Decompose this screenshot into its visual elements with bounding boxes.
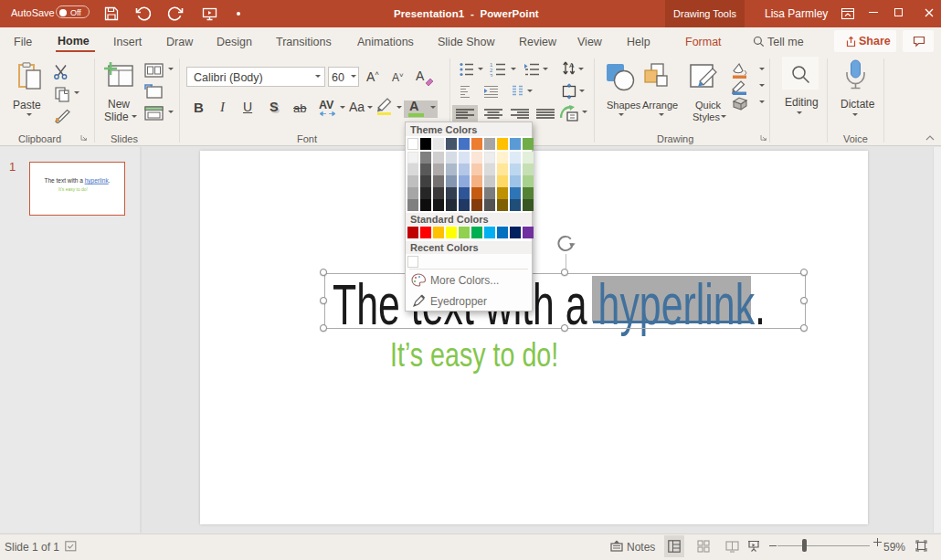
svg-text:A: A	[569, 61, 575, 69]
svg-text:3: 3	[490, 73, 493, 78]
